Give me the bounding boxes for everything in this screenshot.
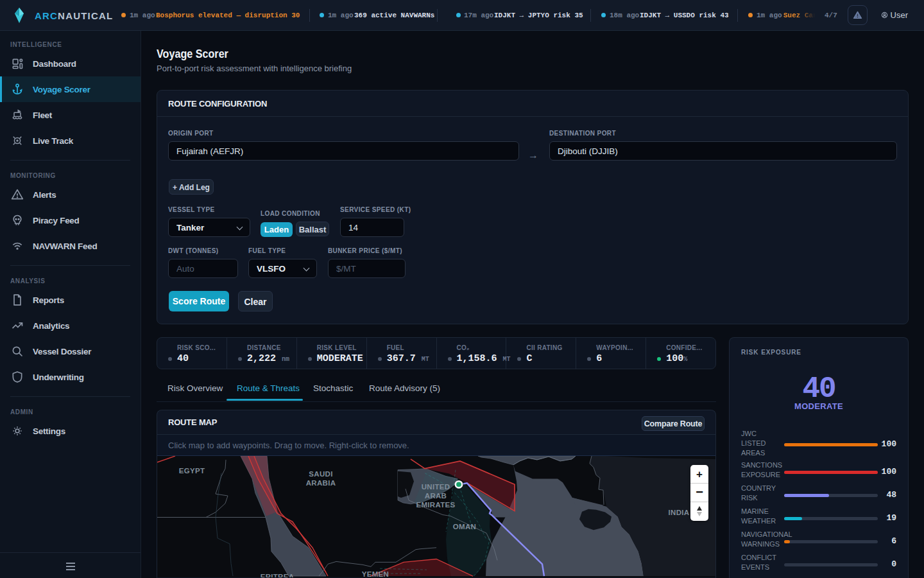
svg-text:YEMEN: YEMEN <box>362 570 389 577</box>
svg-text:ERITREA: ERITREA <box>261 573 295 577</box>
svg-text:EMIRATES: EMIRATES <box>416 501 456 509</box>
svg-text:EGYPT: EGYPT <box>179 467 205 475</box>
svg-text:OMAN: OMAN <box>453 523 476 530</box>
svg-text:ARABIA: ARABIA <box>306 479 336 487</box>
svg-text:UNITED: UNITED <box>422 483 450 491</box>
svg-text:SAUDI: SAUDI <box>309 471 332 478</box>
svg-text:ARAB: ARAB <box>425 492 447 500</box>
svg-text:INDIA: INDIA <box>669 509 690 516</box>
